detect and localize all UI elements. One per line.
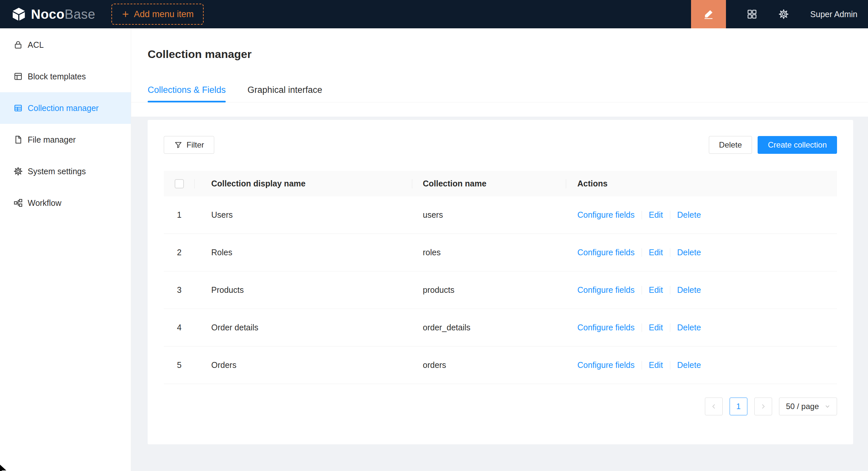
cell-collection-name: order_details [412,323,566,332]
chevron-left-icon [710,403,717,410]
toolbar-right: Delete Create collection [709,136,837,154]
next-page-button[interactable] [754,398,772,415]
sidebar-item-collection-manager[interactable]: Collection manager [0,92,131,124]
add-menu-item-button[interactable]: Add menu item [112,4,204,25]
action-divider [670,324,670,332]
sidebar-item-label: Block templates [28,72,86,81]
gear-icon [13,166,23,176]
logo-text-bold: Noco [31,7,65,22]
action-divider [642,324,642,332]
table-header-row: Collection display name Collection name … [164,171,837,196]
delete-link[interactable]: Delete [677,323,701,332]
cell-collection-name: roles [412,248,566,257]
cell-collection-name: products [412,285,566,295]
row-index: 2 [177,248,182,257]
logo-text-light: Base [65,7,95,22]
ui-editor-button[interactable] [691,0,726,28]
collections-card: Filter Delete Create collection Collecti… [148,120,853,444]
nocobase-logo-icon [11,7,26,22]
edit-link[interactable]: Edit [649,323,663,332]
pagination: 1 50 / page [164,398,837,415]
tab-graphical-interface[interactable]: Graphical interface [247,85,322,102]
row-index: 1 [177,210,182,220]
header-actions: Actions [566,179,837,189]
cell-display-name: Users [195,210,412,220]
sidebar-item-file-manager[interactable]: File manager [0,124,131,156]
logo-text: NocoBase [31,7,95,22]
header-select-cell [164,179,195,189]
sidebar-item-acl[interactable]: ACL [0,29,131,61]
delete-link[interactable]: Delete [677,285,701,295]
edit-link[interactable]: Edit [649,360,663,370]
cell-collection-name: orders [412,360,566,370]
cell-display-name: Order details [195,323,412,332]
tab-collections-and-fields[interactable]: Collections & Fields [148,85,226,102]
filter-icon [174,141,183,149]
sidebar-item-block-templates[interactable]: Block templates [0,61,131,92]
settings-button[interactable] [778,8,789,20]
table-row: 3 Products products Configure fields Edi… [164,271,837,309]
grid-icon [746,8,757,20]
configure-fields-link[interactable]: Configure fields [577,360,635,370]
sidebar: ACL Block templates Collection manager F… [0,28,131,471]
filter-button[interactable]: Filter [164,136,214,154]
plugins-button[interactable] [746,8,757,20]
sidebar-item-label: Collection manager [28,103,98,113]
page-title: Collection manager [148,47,868,61]
edit-link[interactable]: Edit [649,285,663,295]
action-divider [670,286,670,295]
sidebar-item-label: System settings [28,167,86,176]
add-menu-item-label: Add menu item [134,9,194,20]
sidebar-item-system-settings[interactable]: System settings [0,156,131,187]
edit-link[interactable]: Edit [649,210,663,220]
create-collection-button[interactable]: Create collection [757,136,837,154]
cell-display-name: Roles [195,248,412,257]
configure-fields-link[interactable]: Configure fields [577,210,635,220]
action-divider [670,248,670,257]
sidebar-item-label: ACL [28,40,44,50]
delete-link[interactable]: Delete [677,360,701,370]
sidebar-item-label: Workflow [28,198,61,208]
main-content: Collection manager Collections & Fields … [131,28,868,471]
action-divider [642,361,642,370]
prev-page-button[interactable] [705,398,723,415]
table-row: 4 Order details order_details Configure … [164,309,837,346]
table-row: 2 Roles roles Configure fields Edit Dele… [164,234,837,271]
row-index: 5 [177,360,182,370]
highlighter-icon [703,8,714,20]
header-collection-name: Collection name [412,179,566,189]
sidebar-item-label: File manager [28,135,76,144]
table-row: 1 Users users Configure fields Edit Dele… [164,196,837,234]
logo[interactable]: NocoBase [0,7,95,22]
table-row: 5 Orders orders Configure fields Edit De… [164,346,837,384]
sidebar-item-workflow[interactable]: Workflow [0,187,131,219]
configure-fields-link[interactable]: Configure fields [577,285,635,295]
user-menu[interactable]: Super Admin [810,9,868,19]
page-size-select[interactable]: 50 / page [779,398,837,415]
action-divider [642,211,642,220]
configure-fields-link[interactable]: Configure fields [577,323,635,332]
tab-bar: Collections & Fields Graphical interface [148,85,868,102]
edit-link[interactable]: Edit [649,248,663,257]
gear-icon [778,8,789,20]
page-number-button[interactable]: 1 [730,398,747,415]
page-header: Collection manager Collections & Fields … [131,28,868,102]
collections-table: Collection display name Collection name … [164,171,837,384]
spacer [131,102,868,116]
select-all-checkbox[interactable] [175,179,184,189]
delete-button[interactable]: Delete [709,136,752,154]
cell-display-name: Orders [195,360,412,370]
cell-display-name: Products [195,285,412,295]
page-size-value: 50 / page [786,402,819,411]
workflow-icon [13,198,23,208]
table-toolbar: Filter Delete Create collection [164,136,837,154]
header-display-name: Collection display name [195,179,412,189]
table-icon [13,103,23,113]
delete-link[interactable]: Delete [677,248,701,257]
delete-link[interactable]: Delete [677,210,701,220]
action-divider [670,361,670,370]
configure-fields-link[interactable]: Configure fields [577,248,635,257]
lock-icon [13,40,23,50]
row-index: 3 [177,285,182,295]
topbar-right: Super Admin [691,0,868,28]
